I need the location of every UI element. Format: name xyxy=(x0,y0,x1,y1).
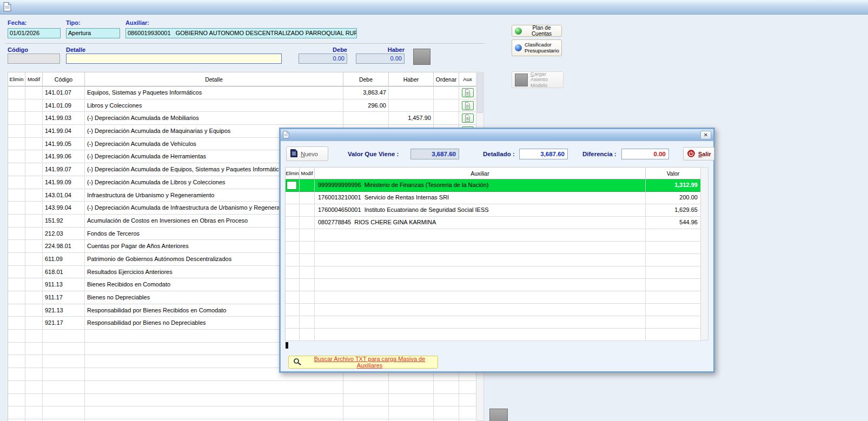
tipo-label: Tipo: xyxy=(66,19,81,26)
column-header-detalle[interactable]: Detalle xyxy=(85,72,343,86)
auxiliar-row[interactable] xyxy=(286,266,701,279)
aux-button[interactable] xyxy=(462,113,474,123)
cell-modif xyxy=(300,266,315,279)
table-row[interactable] xyxy=(8,406,476,419)
cell-codigo: 141.99.07 xyxy=(43,163,85,176)
table-row[interactable] xyxy=(8,394,476,407)
cell-auxiliar xyxy=(315,229,646,242)
modal-hscroll-strip[interactable] xyxy=(285,342,708,349)
cell-modif xyxy=(25,253,43,266)
cell-codigo: 921.17 xyxy=(43,317,85,330)
salir-button[interactable]: Salir xyxy=(683,147,714,161)
cell-valor xyxy=(646,329,701,341)
auxiliar-row[interactable] xyxy=(286,329,701,341)
column-header-haber[interactable]: Haber xyxy=(389,72,434,86)
haber-field[interactable]: 0.00 xyxy=(356,54,405,64)
auxiliar-row[interactable] xyxy=(286,279,701,291)
cell-valor xyxy=(646,291,701,304)
auxiliar-row[interactable] xyxy=(286,229,701,242)
auxiliar-row[interactable] xyxy=(286,291,701,304)
cell-valor xyxy=(646,242,701,254)
cell-elimin xyxy=(286,266,300,279)
table-row[interactable] xyxy=(8,381,476,394)
codigo-input[interactable] xyxy=(8,54,60,64)
cell-codigo: 151.92 xyxy=(43,215,85,228)
add-entry-button[interactable] xyxy=(413,49,430,65)
cell-detalle: Equipos, Sistemas y Paquetes Informático… xyxy=(85,86,343,99)
grid-cursor xyxy=(287,181,297,190)
debe-field[interactable]: 0.00 xyxy=(299,54,347,64)
cell-aux xyxy=(459,406,476,419)
tipo-input[interactable]: Apertura xyxy=(66,28,120,38)
column-header-codigo[interactable]: Código xyxy=(43,72,85,86)
modal-table-header: EliminModifAuxiliarValor xyxy=(286,168,701,179)
cell-debe xyxy=(343,381,389,394)
cell-codigo xyxy=(43,330,85,343)
detalle-label: Detalle xyxy=(66,46,85,53)
cell-elimin xyxy=(8,330,25,343)
cell-aux xyxy=(459,381,476,394)
column-header-ordenar[interactable]: Ordenar xyxy=(434,72,459,86)
partial-gray-button[interactable] xyxy=(489,409,508,421)
clasificador-presupuestario-button[interactable]: Clasificador Presupuestario xyxy=(512,39,562,56)
cargar-label-line1: Cargar Asiento xyxy=(531,71,548,83)
cell-elimin xyxy=(8,343,25,356)
main-window: Fecha: Tipo: Auxiliar: 01/01/2026 Apertu… xyxy=(0,0,868,421)
cell-modif xyxy=(300,217,315,229)
cell-valor xyxy=(646,279,701,291)
cell-aux xyxy=(459,86,476,99)
cell-modif xyxy=(25,150,43,163)
cell-ordenar xyxy=(434,86,459,99)
aux-button[interactable] xyxy=(462,88,474,97)
cell-modif xyxy=(25,266,43,279)
cell-modif xyxy=(300,229,315,242)
nuevo-button[interactable]: Nuevo xyxy=(286,146,328,161)
auxiliar-row[interactable]: 1760004650001 Instituto Ecuatoriano de S… xyxy=(286,204,701,217)
table-row[interactable]: 141.01.07Equipos, Sistemas y Paquetes In… xyxy=(8,86,476,99)
cell-codigo: 141.99.03 xyxy=(43,112,85,125)
cell-codigo: 141.01.07 xyxy=(43,86,85,99)
dialog-titlebar[interactable]: ✕ xyxy=(281,129,713,141)
column-header-auxiliar[interactable]: Auxiliar xyxy=(315,168,646,179)
auxiliar-row[interactable] xyxy=(286,316,701,329)
column-header-aux[interactable]: Aux xyxy=(459,72,476,86)
column-header-elimin[interactable]: Elimin xyxy=(286,168,300,179)
aux-button[interactable] xyxy=(462,101,474,110)
cell-codigo xyxy=(43,343,85,356)
cell-modif xyxy=(25,215,43,228)
column-header-modif[interactable]: Modif xyxy=(300,168,315,179)
cell-modif xyxy=(25,86,43,99)
detalle-input[interactable] xyxy=(66,54,282,64)
auxiliar-input[interactable]: 0860019930001 GOBIERNO AUTONOMO DESCENTR… xyxy=(125,28,357,38)
cell-aux xyxy=(459,394,476,407)
column-header-elimin[interactable]: Elimin xyxy=(8,72,25,86)
scrollbar-thumb[interactable] xyxy=(477,73,483,113)
auxiliar-row[interactable]: 9999999999996 Ministerio de Finanzas (Te… xyxy=(286,179,701,192)
table-row[interactable]: 141.99.03(-) Depreciación Acumulada de M… xyxy=(8,112,476,125)
column-header-debe[interactable]: Debe xyxy=(343,72,389,86)
detallado-label: Detallado : xyxy=(483,151,515,157)
column-header-valor[interactable]: Valor xyxy=(646,168,701,179)
cell-modif xyxy=(25,406,43,419)
table-row[interactable]: 141.01.09Libros y Colecciones296.00 xyxy=(8,99,476,112)
close-button[interactable]: ✕ xyxy=(700,131,711,139)
cell-elimin xyxy=(8,266,25,279)
auxiliar-row[interactable] xyxy=(286,242,701,254)
auxiliar-row[interactable]: 1760013210001 Servicio de Rentas Interna… xyxy=(286,192,701,204)
auxiliar-row[interactable] xyxy=(286,254,701,266)
modal-table-scrollbar[interactable] xyxy=(700,167,708,340)
column-header-modif[interactable]: Modif xyxy=(25,72,43,86)
cell-ordenar xyxy=(434,394,459,407)
cell-haber xyxy=(389,99,434,112)
auxiliar-row[interactable] xyxy=(286,304,701,316)
cell-codigo xyxy=(43,406,85,419)
window-titlebar[interactable] xyxy=(0,0,868,15)
fecha-input[interactable]: 01/01/2026 xyxy=(8,28,61,38)
buscar-archivo-txt-button[interactable]: Buscar Archivo TXT para carga Masiva de … xyxy=(288,356,438,369)
plan-de-cuentas-label: Plan de Cuentas xyxy=(525,25,559,37)
cell-auxiliar xyxy=(315,279,646,291)
auxiliar-row[interactable]: 0802778845 RIOS CHERE GINA KARMINA544.96 xyxy=(286,217,701,229)
cell-codigo: 141.01.09 xyxy=(43,99,85,112)
plan-de-cuentas-button[interactable]: Plan de Cuentas xyxy=(512,25,562,37)
cargar-asiento-modelo-button[interactable]: Cargar Asiento Modelo xyxy=(512,71,564,88)
